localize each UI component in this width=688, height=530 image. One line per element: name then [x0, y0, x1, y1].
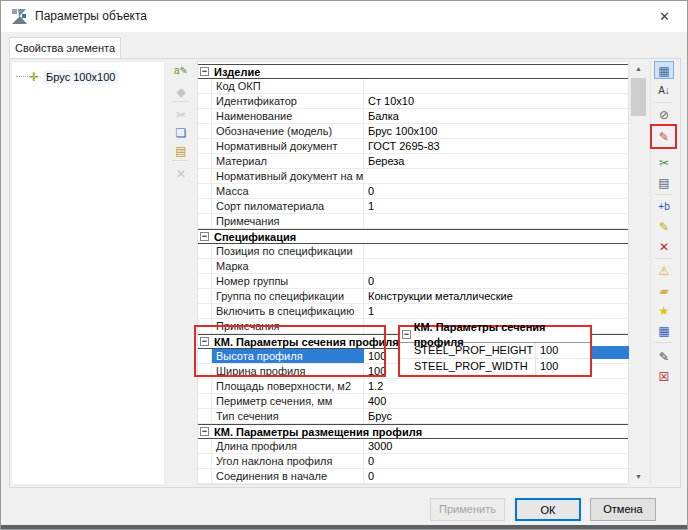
overlay-property-name: STEEL_PROF_WIDTH [400, 359, 536, 375]
scroll-down-icon[interactable]: ▼ [630, 469, 647, 485]
new-table-icon[interactable]: ★ [654, 301, 674, 319]
property-value[interactable]: Брус 100x100 [364, 124, 628, 138]
grid-property-row[interactable]: Тип сеченияБрус [198, 409, 628, 424]
grid-section-row[interactable]: −КМ. Параметры размещения профиля [198, 424, 628, 439]
row-margin [198, 454, 212, 468]
edit-attribute-icon[interactable]: ✎ [654, 217, 674, 235]
overlay-property-row[interactable]: STEEL_PROF_HEIGHT100 [400, 343, 590, 359]
grid-property-row[interactable]: Нормативный документГОСТ 2695-83 [198, 139, 628, 154]
collapse-box[interactable]: − [200, 427, 209, 436]
cancel-button[interactable]: Отмена [590, 498, 656, 521]
property-value[interactable] [364, 259, 628, 273]
grid-property-row[interactable]: Площадь поверхности, м21.2 [198, 379, 628, 394]
grid-section-row[interactable]: −Изделие [198, 64, 628, 79]
grid-property-row[interactable]: Масса0 [198, 184, 628, 199]
scroll-up-icon[interactable]: ▲ [630, 61, 647, 77]
apply-button[interactable]: Применить [430, 498, 505, 521]
edit-section-params-icon[interactable]: ✎ [654, 127, 674, 145]
property-value[interactable] [364, 214, 628, 228]
tag-icon[interactable]: ◆ [171, 82, 191, 100]
grid-property-row[interactable]: Соединения в начале0 [198, 469, 628, 484]
grid-property-row[interactable]: Позиция по спецификации [198, 244, 628, 259]
tab-element-properties[interactable]: Свойства элемента [9, 37, 121, 59]
property-value[interactable]: 0 [364, 454, 628, 468]
property-value[interactable]: 3000 [364, 439, 628, 453]
property-name: Нормативный документ [212, 139, 364, 153]
grid-property-row[interactable]: Марка [198, 259, 628, 274]
delete-table-icon[interactable]: ☒ [654, 367, 674, 385]
row-margin [198, 274, 212, 288]
grid-property-row[interactable]: МатериалБереза [198, 154, 628, 169]
rename-icon[interactable]: a✎ [171, 61, 191, 79]
property-value[interactable]: 400 [364, 394, 628, 408]
grid-property-row[interactable]: Включить в спецификацию1 [198, 304, 628, 319]
grid-property-row[interactable]: НаименованиеБалка [198, 109, 628, 124]
property-value[interactable]: 0 [364, 274, 628, 288]
copy-structure-icon[interactable]: ▦ [654, 321, 674, 339]
row-margin [198, 319, 212, 333]
open-folder-icon[interactable]: ▰ [654, 281, 674, 299]
grid-property-row[interactable]: Сорт пиломатериала1 [198, 199, 628, 214]
collapse-box[interactable]: − [402, 330, 411, 339]
collapse-box[interactable]: − [200, 232, 209, 241]
property-value[interactable]: Ст 10x10 [364, 94, 628, 108]
property-name: Марка [212, 259, 364, 273]
property-value[interactable] [364, 244, 628, 258]
property-value[interactable]: Конструкции металлические [364, 289, 628, 303]
row-margin [198, 199, 212, 213]
grid-property-row[interactable]: ИдентификаторСт 10x10 [198, 94, 628, 109]
grid-property-row[interactable]: Обозначение (модель)Брус 100x100 [198, 124, 628, 139]
row-margin [198, 214, 212, 228]
lock-icon[interactable]: ⚠ [654, 261, 674, 279]
grid-property-row[interactable]: Периметр сечения, мм400 [198, 394, 628, 409]
property-name: Номер группы [212, 274, 364, 288]
close-icon[interactable]: ✕ [642, 1, 687, 32]
grid-property-row[interactable]: Угол наклона профиля0 [198, 454, 628, 469]
categorized-view-icon[interactable]: ▦ [654, 61, 674, 79]
paste-icon[interactable]: ▤ [171, 141, 191, 159]
row-margin [198, 109, 212, 123]
grid-property-row[interactable]: Нормативный документ на материал [198, 169, 628, 184]
grid-property-row[interactable]: Длина профиля3000 [198, 439, 628, 454]
erase-table-icon[interactable]: ✎ [654, 347, 674, 365]
grid-property-row[interactable]: Код ОКП [198, 79, 628, 94]
property-value[interactable]: 1.2 [364, 379, 628, 393]
delete-attribute-icon[interactable]: ✕ [654, 237, 674, 255]
property-value[interactable]: ГОСТ 2695-83 [364, 139, 628, 153]
property-value[interactable]: 1 [364, 199, 628, 213]
row-margin [198, 124, 212, 138]
property-value[interactable]: Брус [364, 409, 628, 423]
property-name: Материал [212, 154, 364, 168]
form-list-icon[interactable]: ▤ [654, 173, 674, 191]
copy-icon[interactable]: ❏ [171, 123, 191, 141]
delete-icon[interactable]: ✕ [171, 164, 191, 182]
scrollbar-thumb[interactable] [631, 78, 646, 116]
row-margin [198, 184, 212, 198]
section-config-icon[interactable]: ✂ [654, 153, 674, 171]
overlay-property-row[interactable]: STEEL_PROF_WIDTH100 [400, 359, 590, 375]
grid-property-row[interactable]: Примечания [198, 214, 628, 229]
property-value[interactable] [364, 169, 628, 183]
property-value[interactable]: 0 [364, 469, 628, 483]
row-margin [198, 349, 212, 363]
property-value[interactable]: 1 [364, 304, 628, 318]
tree-item-brus[interactable]: ✛ Брус 100x100 [16, 68, 118, 85]
tree-connector [16, 76, 28, 77]
row-margin: − [198, 335, 212, 348]
collapse-box[interactable]: − [200, 67, 209, 76]
add-attribute-icon[interactable]: +b [654, 197, 674, 215]
cut-icon[interactable]: ✂ [171, 105, 191, 123]
ok-button[interactable]: ОК [515, 498, 581, 521]
sort-alphabetical-icon[interactable]: A↓ [654, 81, 674, 99]
property-value[interactable]: Балка [364, 109, 628, 123]
grid-property-row[interactable]: Номер группы0 [198, 274, 628, 289]
property-value[interactable] [364, 79, 628, 93]
property-value[interactable]: 0 [364, 184, 628, 198]
grid-property-row[interactable]: Группа по спецификацииКонструкции металл… [198, 289, 628, 304]
collapse-box[interactable]: − [200, 337, 209, 346]
property-value[interactable]: Береза [364, 154, 628, 168]
overlay-section-row[interactable]: − КМ. Параметры сечения профиля [400, 327, 590, 343]
row-margin [198, 94, 212, 108]
grid-section-row[interactable]: −Спецификация [198, 229, 628, 244]
property-pages-icon[interactable]: ⊘ [654, 105, 674, 123]
